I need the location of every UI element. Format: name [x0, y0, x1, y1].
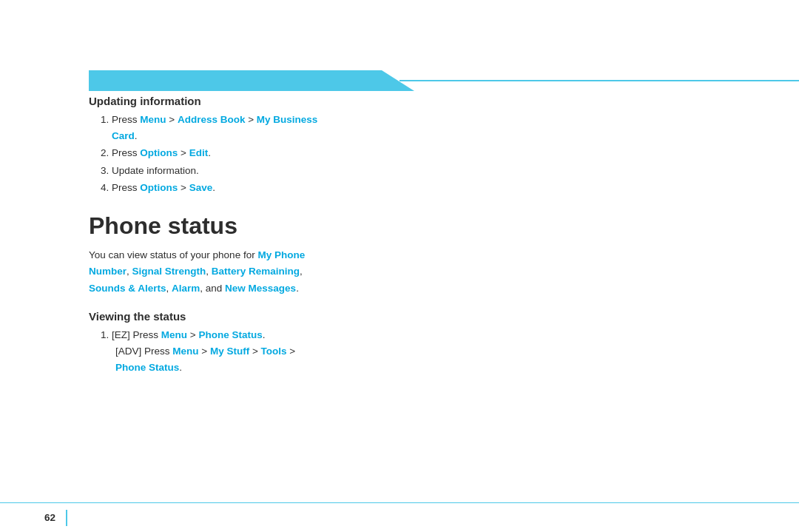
edit-link: Edit	[189, 147, 209, 158]
phone-status-link-adv: Phone Status	[115, 362, 179, 373]
phone-status-section: Phone status You can view status of your…	[89, 212, 740, 297]
new-messages-link: New Messages	[225, 283, 296, 294]
tools-link: Tools	[261, 346, 287, 357]
options-link-1: Options	[140, 147, 178, 158]
main-content: Updating information 1. Press Menu > Add…	[89, 95, 740, 488]
step-4: 4. Press Options > Save.	[101, 180, 740, 196]
menu-link-ez: Menu	[161, 329, 187, 340]
menu-link-1: Menu	[140, 114, 166, 125]
viewing-step-1-adv: [ADV] Press Menu > My Stuff > Tools >	[115, 346, 295, 357]
phone-status-description: You can view status of your phone for My…	[89, 247, 400, 297]
updating-steps: 1. Press Menu > Address Book > My Busine…	[101, 112, 740, 196]
updating-heading: Updating information	[89, 95, 740, 107]
alarm-link: Alarm	[172, 283, 200, 294]
options-link-2: Options	[140, 182, 178, 193]
viewing-steps: 1. [EZ] Press Menu > Phone Status. [ADV]…	[101, 327, 740, 377]
top-tab-decoration	[89, 70, 414, 91]
step-3: 3. Update information.	[101, 163, 740, 179]
updating-section: Updating information 1. Press Menu > Add…	[89, 95, 740, 196]
battery-remaining-link: Battery Remaining	[212, 266, 300, 277]
phone-status-heading: Phone status	[89, 212, 740, 240]
top-right-line	[400, 80, 799, 81]
my-stuff-link: My Stuff	[210, 346, 249, 357]
step-1: 1. Press Menu > Address Book > My Busine…	[101, 112, 740, 144]
viewing-step-1-adv-2: Phone Status.	[115, 362, 182, 373]
step-2: 2. Press Options > Edit.	[101, 145, 740, 161]
menu-link-adv: Menu	[172, 346, 198, 357]
address-book-link: Address Book	[178, 114, 246, 125]
phone-status-link-ez: Phone Status	[198, 329, 262, 340]
viewing-heading: Viewing the status	[89, 310, 740, 323]
viewing-step-1: 1. [EZ] Press Menu > Phone Status. [ADV]…	[101, 327, 740, 377]
page-divider	[66, 510, 67, 526]
viewing-section: Viewing the status 1. [EZ] Press Menu > …	[89, 310, 740, 377]
bottom-bar: 62	[0, 502, 799, 532]
sounds-alerts-link: Sounds & Alerts	[89, 283, 166, 294]
save-link: Save	[189, 182, 213, 193]
page-container: Updating information 1. Press Menu > Add…	[0, 0, 799, 532]
page-number: 62	[44, 512, 55, 523]
signal-strength-link: Signal Strength	[132, 266, 206, 277]
